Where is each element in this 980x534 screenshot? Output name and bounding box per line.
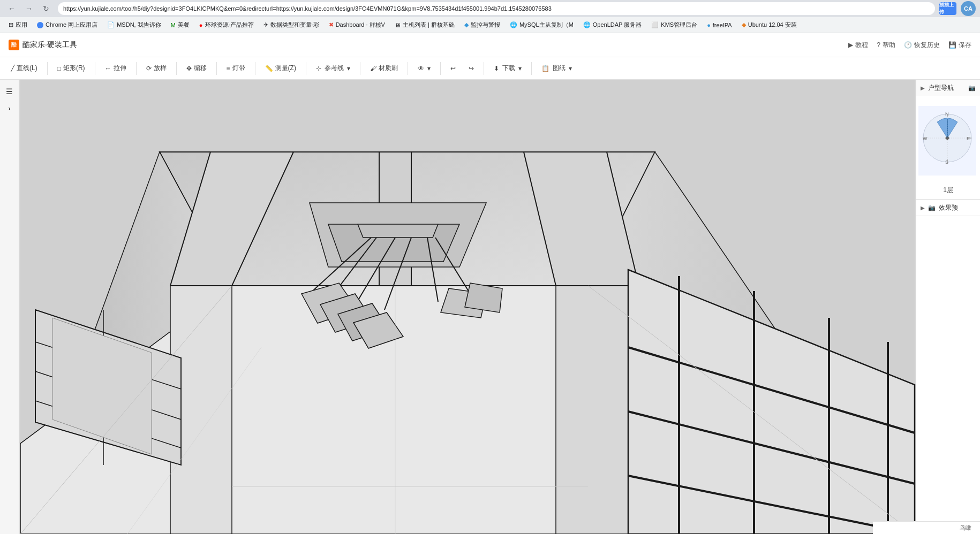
line-icon: ╱ [11,65,14,72]
browser-title-bar: ← → ↻ https://yun.kujiale.com/tool/h5/di… [0,0,980,17]
sidebar-expand-button[interactable]: › [2,101,17,116]
chrome-store-icon [37,22,43,28]
openldap-icon: 🌐 [583,21,591,28]
camera-icon: 📷 [968,85,976,91]
address-bar[interactable]: https://yun.kujiale.com/tool/h5/diy?desi… [58,2,935,15]
nav-buttons: ← → ↻ [4,2,54,15]
view-dropdown-icon: ▾ [427,65,431,72]
redo-icon: ↪ [469,65,474,72]
app-title: 酷家乐·硬装工具 [22,40,77,50]
nav-widget[interactable]: N S W E [918,98,976,184]
header-actions: ▶ 教程 ? 帮助 🕐 恢复历史 💾 保存 [848,41,971,50]
bookmark-datatypes[interactable]: ✈ 数据类型和变量·彩 [259,19,323,32]
meican-icon: M [171,22,176,28]
bookmark-monitor[interactable]: ◆ 监控与警报 [460,19,504,32]
svg-text:W: W [923,136,928,141]
redo-button[interactable]: ↪ [463,60,479,77]
dashboard-icon: ✖ [329,21,334,28]
rect-tool[interactable]: □ 矩形(R) [52,60,91,77]
bookmark-chrome-store[interactable]: Chrome 网上应用店 [33,19,102,32]
svg-marker-25 [465,283,502,312]
svg-text:N: N [945,111,949,117]
separator-1 [47,62,48,75]
app-header: 酷 酷家乐·硬装工具 ▶ 教程 ? 帮助 🕐 恢复历史 💾 保存 [0,33,980,57]
download-icon: ⬇ [494,65,499,72]
separator-7 [306,62,306,75]
download-button[interactable]: ⬇ 下载 ▾ [488,60,527,77]
bookmark-apps[interactable]: ⊞ 应用 [4,19,32,32]
nav-toggle-icon: ▶ [921,85,925,91]
bookmark-dashboard[interactable]: ✖ Dashboard · 群核V [325,19,389,32]
svg-text:S: S [945,159,948,165]
loft-icon: ⟳ [146,65,152,72]
kms-icon: ⬜ [651,21,659,28]
tutorial-button[interactable]: ▶ 教程 [848,41,868,50]
bookmark-openldap[interactable]: 🌐 OpenLDAP 服务器 [579,19,646,32]
save-button[interactable]: 💾 保存 [948,41,971,50]
undo-button[interactable]: ↩ [445,60,461,77]
datatypes-icon: ✈ [263,21,268,28]
separator-10 [440,62,441,75]
measure-icon: 📏 [265,65,273,72]
separator-11 [484,62,484,75]
effect-camera-icon: 📷 [928,204,936,211]
material-icon: 🖌 [370,65,376,72]
separator-5 [216,62,217,75]
offset-icon: ✥ [186,65,192,72]
loft-tool[interactable]: ⟳ 放样 [141,60,172,77]
sidebar-toggle-button[interactable]: ☰ [2,84,17,99]
guideline-icon: ⊹ [316,65,321,72]
svg-text:E: E [967,136,970,141]
nav-section: ▶ 户型导航 📷 N S W E [916,80,980,200]
back-button[interactable]: ← [4,2,19,15]
forward-button[interactable]: → [21,2,36,15]
right-panel: ▶ 户型导航 📷 N S W E [916,80,980,534]
ubuntu-icon: ◆ [742,21,746,28]
blueprint-dropdown-icon: ▾ [569,65,572,72]
nav-panel-header[interactable]: ▶ 户型导航 📷 [916,80,980,96]
stretch-tool[interactable]: ↔ 拉伸 [100,60,132,77]
blueprint-icon: 📋 [541,65,549,72]
bookmark-hostlist[interactable]: 🖥 主机列表 | 群核基础 [390,19,459,32]
offset-tool[interactable]: ✥ 编移 [181,60,212,77]
undo-icon: ↩ [450,65,456,72]
lightstrip-tool[interactable]: ≡ 灯带 [221,60,251,77]
bookmark-meican[interactable]: M 美餐 [167,19,194,32]
canvas-area[interactable] [19,80,916,534]
measure-tool[interactable]: 📏 测量(Z) [260,60,301,77]
separator-9 [408,62,408,75]
nav-panel-title: 户型导航 [928,83,965,93]
view-tool[interactable]: 👁 ▾ [412,60,436,77]
history-icon: 🕐 [904,41,912,49]
mysql-icon: 🌐 [510,21,517,28]
floor-label: 1层 [918,184,978,197]
separator-12 [531,62,532,75]
bookmark-huanqiu[interactable]: ● 环球资源·产品推荐 [195,19,258,32]
bookmarks-bar: ⊞ 应用 Chrome 网上应用店 📄 MSDN, 我告诉你 M 美餐 ● 环球… [0,17,980,33]
bookmark-freeipa[interactable]: ● freeIPA [703,19,736,32]
bookmark-ubuntu[interactable]: ◆ Ubuntu 12.04 安装 [737,19,801,32]
line-tool[interactable]: ╱ 直线(L) [5,60,43,77]
blueprint-button[interactable]: 📋 图纸 ▾ [536,60,577,77]
logo-icon: 酷 [9,40,19,50]
left-sidebar: ☰ › [0,80,19,534]
guideline-dropdown-icon: ▾ [347,65,350,72]
guideline-tool[interactable]: ⊹ 参考线 ▾ [311,60,356,77]
bookmark-mysql[interactable]: 🌐 MySQL主从复制（M [506,19,578,32]
rect-icon: □ [57,65,61,72]
user-avatar[interactable]: CA [961,1,976,16]
help-icon: ? [877,41,880,49]
history-button[interactable]: 🕐 恢复历史 [904,41,940,50]
separator-8 [360,62,360,75]
msdn-icon: 📄 [107,21,115,28]
bookmark-kms[interactable]: ⬜ KMS管理后台 [647,19,702,32]
nav-panel-content: N S W E [916,96,980,199]
hostlist-icon: 🖥 [395,22,401,28]
refresh-button[interactable]: ↻ [39,2,54,15]
help-button[interactable]: ? 帮助 [877,41,895,50]
material-tool[interactable]: 🖌 材质刷 [365,60,403,77]
effect-panel-header[interactable]: ▶ 📷 效果预 [916,200,980,216]
bookmark-msdn[interactable]: 📄 MSDN, 我告诉你 [103,19,165,32]
download-dropdown-icon: ▾ [518,65,522,72]
extension-button[interactable]: 插插上传 [939,2,956,15]
